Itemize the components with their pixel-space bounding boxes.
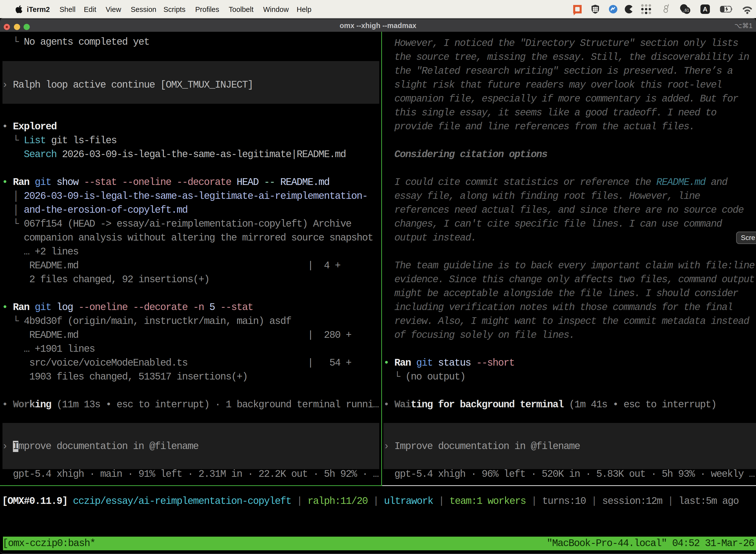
svg-text:..61: ..61	[683, 8, 689, 12]
svg-text:A: A	[703, 5, 708, 13]
